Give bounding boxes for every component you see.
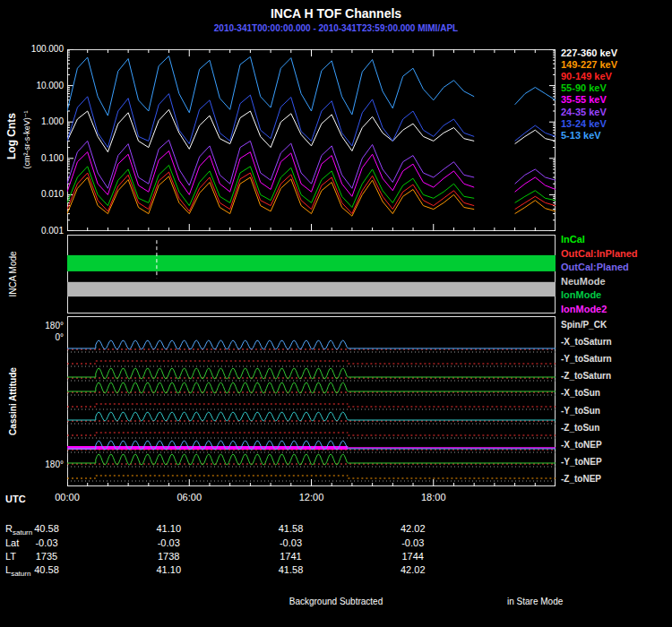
page-title: INCA H TOF Channels <box>0 6 672 21</box>
utc-tick-label: 12:00 <box>285 492 339 502</box>
inca-tof-screen: INCA H TOF Channels 2010-341T00:00:00.00… <box>0 0 672 627</box>
attitude-legend-entry: -Z_toSaturn <box>561 371 611 381</box>
attitude-plot <box>67 316 556 486</box>
ephemeris-value: 41.58 <box>266 564 316 575</box>
attitude-legend-entry: Spin/P_CK <box>561 320 607 330</box>
attitude-legend-entry: -X_toSun <box>561 388 600 398</box>
counts-legend-entry: 149-227 keV <box>561 59 617 70</box>
attitude-legend-entry: -Z_toNEP <box>561 474 601 484</box>
counts-legend-entry: 13-24 keV <box>561 118 607 129</box>
ephemeris-value: 40.58 <box>22 564 72 575</box>
attitude-legend-entry: -Y_toSaturn <box>561 354 612 364</box>
counts-legend-entry: 90-149 keV <box>561 71 612 82</box>
counts-y-tick-label: 0.001 <box>13 226 64 236</box>
mode-legend-entry: OutCal:Planed <box>561 262 629 272</box>
mode-legend-entry: InCal <box>561 234 585 245</box>
utc-tick-label: 18:00 <box>407 492 461 502</box>
ephemeris-row-label-lat: Lat <box>5 537 19 548</box>
counts-legend-entry: 227-360 keV <box>561 47 617 58</box>
counts-plot <box>67 49 556 231</box>
ephemeris-row-label-lt: LT <box>5 551 16 562</box>
utc-tick-label: 00:00 <box>40 492 94 502</box>
ephemeris-row-label-text: Lat <box>5 537 19 548</box>
ephemeris-row-label-text: LT <box>5 551 16 562</box>
mode-panel-title: INCA Mode <box>8 251 18 296</box>
counts-legend-entry: 35-55 keV <box>561 94 607 105</box>
attitude-legend-entry: -Y_toNEP <box>561 457 602 467</box>
utc-tick-label: 06:00 <box>162 492 216 502</box>
attitude-y-label: 0° <box>13 332 64 342</box>
mode-legend-entry: IonMode2 <box>561 304 607 314</box>
ephemeris-value: 41.10 <box>143 523 194 534</box>
ephemeris-value: 1744 <box>388 551 438 562</box>
footer-note-stare-mode: in Stare Mode <box>507 597 563 606</box>
inca-mode-plot <box>67 235 556 314</box>
ephemeris-value: 1741 <box>266 551 316 562</box>
attitude-legend-entry: -X_toNEP <box>561 440 602 450</box>
attitude-legend-entry: -Z_toSun <box>561 423 599 433</box>
mode-legend-entry: OutCal:InPlaned <box>561 248 638 259</box>
footer-note-background-subtracted: Background Subtracted <box>0 597 672 606</box>
counts-y-tick-label: 100.000 <box>13 44 64 54</box>
time-range-subtitle: 2010-341T00:00:00.000 - 2010-341T23:59:0… <box>0 23 672 33</box>
attitude-y-label: 180° <box>13 321 64 331</box>
counts-y-tick-label: 10.000 <box>13 81 64 90</box>
counts-legend-entry: 55-90 keV <box>561 82 607 93</box>
attitude-legend-entry: -X_toSaturn <box>561 337 612 347</box>
attitude-panel-title: Cassini Attitude <box>8 367 18 435</box>
ephemeris-value: -0.03 <box>388 537 438 548</box>
ephemeris-value: -0.03 <box>143 537 194 548</box>
ephemeris-value: 1738 <box>143 551 194 562</box>
attitude-y-label: 180° <box>13 460 64 469</box>
counts-legend-entry: 24-35 keV <box>561 107 607 117</box>
ephemeris-value: 40.58 <box>22 523 72 534</box>
counts-legend-entry: 5-13 keV <box>561 130 601 141</box>
utc-axis-label: UTC <box>5 494 26 504</box>
ephemeris-value: 41.58 <box>266 523 316 534</box>
ephemeris-value: -0.03 <box>266 537 316 548</box>
attitude-legend-entry: -Y_toSun <box>561 406 600 416</box>
mode-legend-entry: NeuMode <box>561 276 606 287</box>
ephemeris-row-label-text: R <box>5 523 13 534</box>
ephemeris-value: -0.03 <box>22 537 72 548</box>
mode-legend-entry: IonMode <box>561 289 601 300</box>
counts-y-tick-label: 1.000 <box>13 116 64 126</box>
ephemeris-value: 1735 <box>22 551 72 562</box>
counts-y-tick-label: 0.100 <box>13 153 64 163</box>
counts-y-tick-label: 0.010 <box>13 189 64 199</box>
ephemeris-value: 41.10 <box>143 564 194 575</box>
ephemeris-value: 42.02 <box>388 523 438 534</box>
ephemeris-value: 42.02 <box>388 564 438 575</box>
